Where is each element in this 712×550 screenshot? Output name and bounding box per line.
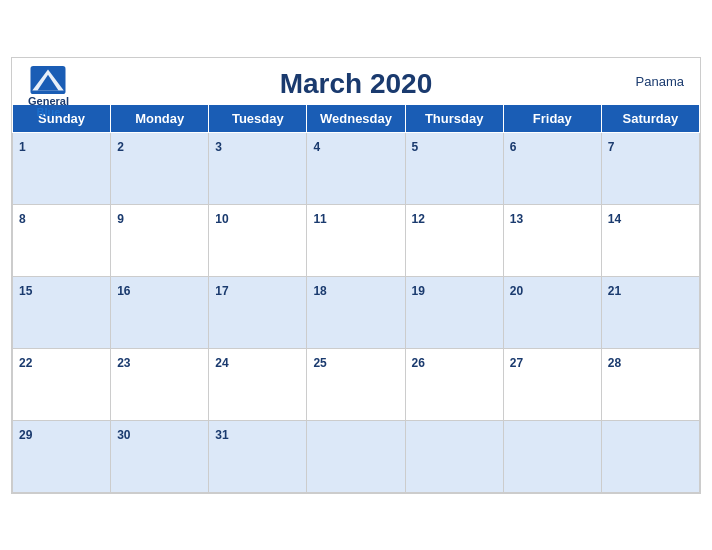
day-number: 9 [117, 212, 124, 226]
day-number: 18 [313, 284, 326, 298]
calendar-day-cell: 22 [13, 348, 111, 420]
day-number: 26 [412, 356, 425, 370]
day-number: 16 [117, 284, 130, 298]
calendar-week-row: 293031 [13, 420, 700, 492]
logo-general: General [28, 96, 69, 107]
calendar-table: Sunday Monday Tuesday Wednesday Thursday… [12, 104, 700, 493]
calendar-day-cell: 21 [601, 276, 699, 348]
calendar-day-cell: 28 [601, 348, 699, 420]
day-number: 1 [19, 140, 26, 154]
header-saturday: Saturday [601, 104, 699, 132]
day-number: 29 [19, 428, 32, 442]
calendar-day-cell: 29 [13, 420, 111, 492]
day-number: 7 [608, 140, 615, 154]
logo: General Blue [28, 66, 69, 118]
calendar-day-cell: 26 [405, 348, 503, 420]
day-number: 5 [412, 140, 419, 154]
header-thursday: Thursday [405, 104, 503, 132]
day-number: 25 [313, 356, 326, 370]
calendar-day-cell: 2 [111, 132, 209, 204]
calendar-header: General Blue March 2020 Panama [12, 58, 700, 104]
calendar: General Blue March 2020 Panama Sunday Mo… [11, 57, 701, 494]
day-number: 13 [510, 212, 523, 226]
calendar-week-row: 1234567 [13, 132, 700, 204]
day-number: 27 [510, 356, 523, 370]
day-number: 2 [117, 140, 124, 154]
day-number: 21 [608, 284, 621, 298]
calendar-day-cell [503, 420, 601, 492]
logo-blue: Blue [37, 107, 61, 118]
calendar-day-cell: 12 [405, 204, 503, 276]
calendar-day-cell: 5 [405, 132, 503, 204]
calendar-day-cell: 7 [601, 132, 699, 204]
day-number: 31 [215, 428, 228, 442]
calendar-day-cell: 6 [503, 132, 601, 204]
calendar-day-cell: 9 [111, 204, 209, 276]
calendar-day-cell [601, 420, 699, 492]
country-label: Panama [636, 74, 684, 89]
day-number: 6 [510, 140, 517, 154]
calendar-week-row: 22232425262728 [13, 348, 700, 420]
calendar-day-cell: 30 [111, 420, 209, 492]
day-number: 8 [19, 212, 26, 226]
calendar-day-cell: 8 [13, 204, 111, 276]
calendar-week-row: 891011121314 [13, 204, 700, 276]
calendar-week-row: 15161718192021 [13, 276, 700, 348]
calendar-day-cell: 13 [503, 204, 601, 276]
day-number: 15 [19, 284, 32, 298]
calendar-day-cell: 14 [601, 204, 699, 276]
calendar-day-cell: 4 [307, 132, 405, 204]
calendar-day-cell: 23 [111, 348, 209, 420]
calendar-day-cell: 15 [13, 276, 111, 348]
day-number: 11 [313, 212, 326, 226]
day-number: 3 [215, 140, 222, 154]
day-number: 14 [608, 212, 621, 226]
day-number: 30 [117, 428, 130, 442]
calendar-day-cell: 27 [503, 348, 601, 420]
calendar-day-cell: 20 [503, 276, 601, 348]
day-number: 19 [412, 284, 425, 298]
day-number: 17 [215, 284, 228, 298]
calendar-day-cell: 3 [209, 132, 307, 204]
calendar-day-cell: 11 [307, 204, 405, 276]
weekday-header-row: Sunday Monday Tuesday Wednesday Thursday… [13, 104, 700, 132]
header-friday: Friday [503, 104, 601, 132]
calendar-title: March 2020 [28, 68, 684, 100]
calendar-day-cell: 16 [111, 276, 209, 348]
calendar-day-cell [307, 420, 405, 492]
calendar-day-cell: 19 [405, 276, 503, 348]
calendar-day-cell: 1 [13, 132, 111, 204]
header-wednesday: Wednesday [307, 104, 405, 132]
day-number: 10 [215, 212, 228, 226]
header-tuesday: Tuesday [209, 104, 307, 132]
calendar-day-cell: 31 [209, 420, 307, 492]
header-monday: Monday [111, 104, 209, 132]
day-number: 4 [313, 140, 320, 154]
calendar-day-cell: 10 [209, 204, 307, 276]
calendar-day-cell: 18 [307, 276, 405, 348]
calendar-day-cell: 17 [209, 276, 307, 348]
calendar-day-cell: 24 [209, 348, 307, 420]
day-number: 23 [117, 356, 130, 370]
day-number: 28 [608, 356, 621, 370]
calendar-day-cell [405, 420, 503, 492]
day-number: 12 [412, 212, 425, 226]
day-number: 22 [19, 356, 32, 370]
day-number: 24 [215, 356, 228, 370]
calendar-day-cell: 25 [307, 348, 405, 420]
day-number: 20 [510, 284, 523, 298]
